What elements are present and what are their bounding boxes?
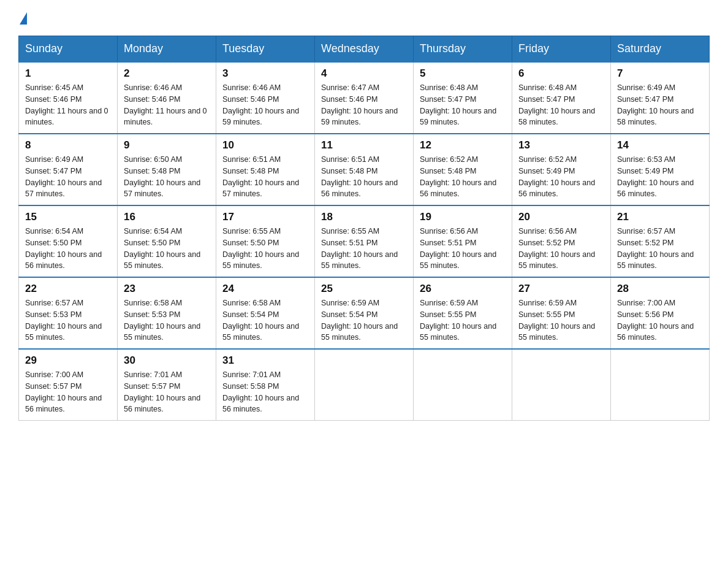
day-info: Sunrise: 6:45 AM Sunset: 5:46 PM Dayligh… [25,82,111,128]
day-info: Sunrise: 6:47 AM Sunset: 5:46 PM Dayligh… [321,82,407,128]
calendar-cell: 29 Sunrise: 7:00 AM Sunset: 5:57 PM Dayl… [19,349,118,421]
day-info: Sunrise: 7:00 AM Sunset: 5:56 PM Dayligh… [617,297,703,343]
logo [18,12,28,25]
day-number: 10 [222,139,308,151]
day-info: Sunrise: 6:49 AM Sunset: 5:47 PM Dayligh… [617,82,703,128]
calendar-cell: 17 Sunrise: 6:55 AM Sunset: 5:50 PM Dayl… [216,205,315,277]
day-number: 11 [321,139,407,151]
day-info: Sunrise: 6:54 AM Sunset: 5:50 PM Dayligh… [25,226,111,272]
day-number: 15 [25,211,111,223]
day-number: 24 [222,283,308,295]
calendar-cell: 6 Sunrise: 6:48 AM Sunset: 5:47 PM Dayli… [512,62,611,134]
calendar-cell: 3 Sunrise: 6:46 AM Sunset: 5:46 PM Dayli… [216,62,315,134]
day-info: Sunrise: 6:53 AM Sunset: 5:49 PM Dayligh… [617,154,703,200]
column-header-friday: Friday [512,36,611,63]
day-number: 5 [420,67,506,80]
calendar-cell: 8 Sunrise: 6:49 AM Sunset: 5:47 PM Dayli… [19,134,118,205]
calendar-cell: 23 Sunrise: 6:58 AM Sunset: 5:53 PM Dayl… [118,277,216,349]
calendar-week-4: 22 Sunrise: 6:57 AM Sunset: 5:53 PM Dayl… [19,277,710,349]
logo-triangle-icon [20,12,27,25]
calendar-cell: 9 Sunrise: 6:50 AM Sunset: 5:48 PM Dayli… [118,134,216,205]
calendar-cell: 27 Sunrise: 6:59 AM Sunset: 5:55 PM Dayl… [512,277,611,349]
column-header-tuesday: Tuesday [216,36,315,63]
column-header-monday: Monday [118,36,216,63]
day-info: Sunrise: 6:57 AM Sunset: 5:53 PM Dayligh… [25,297,111,343]
page-header [18,12,710,25]
day-info: Sunrise: 6:59 AM Sunset: 5:55 PM Dayligh… [518,297,604,343]
day-number: 21 [617,211,703,223]
day-number: 22 [25,283,111,295]
day-info: Sunrise: 6:50 AM Sunset: 5:48 PM Dayligh… [124,154,210,200]
calendar-cell: 13 Sunrise: 6:52 AM Sunset: 5:49 PM Dayl… [512,134,611,205]
day-info: Sunrise: 6:59 AM Sunset: 5:54 PM Dayligh… [321,297,407,343]
calendar-cell: 25 Sunrise: 6:59 AM Sunset: 5:54 PM Dayl… [315,277,414,349]
calendar-header-row: SundayMondayTuesdayWednesdayThursdayFrid… [19,36,710,63]
column-header-wednesday: Wednesday [315,36,414,63]
day-number: 14 [617,139,703,151]
calendar-table: SundayMondayTuesdayWednesdayThursdayFrid… [18,36,710,421]
calendar-cell: 16 Sunrise: 6:54 AM Sunset: 5:50 PM Dayl… [118,205,216,277]
day-number: 4 [321,67,407,80]
day-number: 8 [25,139,111,151]
day-info: Sunrise: 6:48 AM Sunset: 5:47 PM Dayligh… [518,82,604,128]
day-number: 19 [420,211,506,223]
calendar-cell [414,349,512,421]
calendar-cell: 19 Sunrise: 6:56 AM Sunset: 5:51 PM Dayl… [414,205,512,277]
calendar-week-3: 15 Sunrise: 6:54 AM Sunset: 5:50 PM Dayl… [19,205,710,277]
calendar-cell: 7 Sunrise: 6:49 AM Sunset: 5:47 PM Dayli… [611,62,710,134]
calendar-cell: 1 Sunrise: 6:45 AM Sunset: 5:46 PM Dayli… [19,62,118,134]
day-info: Sunrise: 6:52 AM Sunset: 5:48 PM Dayligh… [420,154,506,200]
day-info: Sunrise: 7:01 AM Sunset: 5:58 PM Dayligh… [222,369,308,415]
day-number: 26 [420,283,506,295]
calendar-week-1: 1 Sunrise: 6:45 AM Sunset: 5:46 PM Dayli… [19,62,710,134]
day-number: 20 [518,211,604,223]
calendar-cell [315,349,414,421]
day-number: 16 [124,211,210,223]
day-info: Sunrise: 6:55 AM Sunset: 5:50 PM Dayligh… [222,226,308,272]
column-header-saturday: Saturday [611,36,710,63]
calendar-cell: 22 Sunrise: 6:57 AM Sunset: 5:53 PM Dayl… [19,277,118,349]
day-info: Sunrise: 6:49 AM Sunset: 5:47 PM Dayligh… [25,154,111,200]
day-info: Sunrise: 6:58 AM Sunset: 5:53 PM Dayligh… [124,297,210,343]
day-info: Sunrise: 6:48 AM Sunset: 5:47 PM Dayligh… [420,82,506,128]
calendar-cell: 18 Sunrise: 6:55 AM Sunset: 5:51 PM Dayl… [315,205,414,277]
day-info: Sunrise: 6:46 AM Sunset: 5:46 PM Dayligh… [222,82,308,128]
day-number: 6 [518,67,604,80]
day-number: 17 [222,211,308,223]
day-number: 2 [124,67,210,80]
calendar-cell [611,349,710,421]
day-number: 12 [420,139,506,151]
day-number: 25 [321,283,407,295]
day-number: 31 [222,354,308,367]
day-number: 3 [222,67,308,80]
calendar-week-2: 8 Sunrise: 6:49 AM Sunset: 5:47 PM Dayli… [19,134,710,205]
calendar-cell: 15 Sunrise: 6:54 AM Sunset: 5:50 PM Dayl… [19,205,118,277]
day-number: 28 [617,283,703,295]
calendar-cell: 30 Sunrise: 7:01 AM Sunset: 5:57 PM Dayl… [118,349,216,421]
day-info: Sunrise: 6:59 AM Sunset: 5:55 PM Dayligh… [420,297,506,343]
calendar-cell: 21 Sunrise: 6:57 AM Sunset: 5:52 PM Dayl… [611,205,710,277]
day-info: Sunrise: 6:46 AM Sunset: 5:46 PM Dayligh… [124,82,210,128]
day-info: Sunrise: 6:57 AM Sunset: 5:52 PM Dayligh… [617,226,703,272]
calendar-cell: 10 Sunrise: 6:51 AM Sunset: 5:48 PM Dayl… [216,134,315,205]
day-info: Sunrise: 6:54 AM Sunset: 5:50 PM Dayligh… [124,226,210,272]
day-info: Sunrise: 6:55 AM Sunset: 5:51 PM Dayligh… [321,226,407,272]
day-number: 1 [25,67,111,80]
calendar-cell: 24 Sunrise: 6:58 AM Sunset: 5:54 PM Dayl… [216,277,315,349]
calendar-week-5: 29 Sunrise: 7:00 AM Sunset: 5:57 PM Dayl… [19,349,710,421]
calendar-cell: 11 Sunrise: 6:51 AM Sunset: 5:48 PM Dayl… [315,134,414,205]
day-number: 18 [321,211,407,223]
calendar-cell: 26 Sunrise: 6:59 AM Sunset: 5:55 PM Dayl… [414,277,512,349]
calendar-cell [512,349,611,421]
day-info: Sunrise: 6:56 AM Sunset: 5:52 PM Dayligh… [518,226,604,272]
column-header-sunday: Sunday [19,36,118,63]
day-number: 29 [25,354,111,367]
calendar-cell: 5 Sunrise: 6:48 AM Sunset: 5:47 PM Dayli… [414,62,512,134]
day-number: 9 [124,139,210,151]
day-info: Sunrise: 6:51 AM Sunset: 5:48 PM Dayligh… [321,154,407,200]
day-info: Sunrise: 6:58 AM Sunset: 5:54 PM Dayligh… [222,297,308,343]
day-info: Sunrise: 7:01 AM Sunset: 5:57 PM Dayligh… [124,369,210,415]
calendar-cell: 4 Sunrise: 6:47 AM Sunset: 5:46 PM Dayli… [315,62,414,134]
day-number: 13 [518,139,604,151]
day-number: 7 [617,67,703,80]
